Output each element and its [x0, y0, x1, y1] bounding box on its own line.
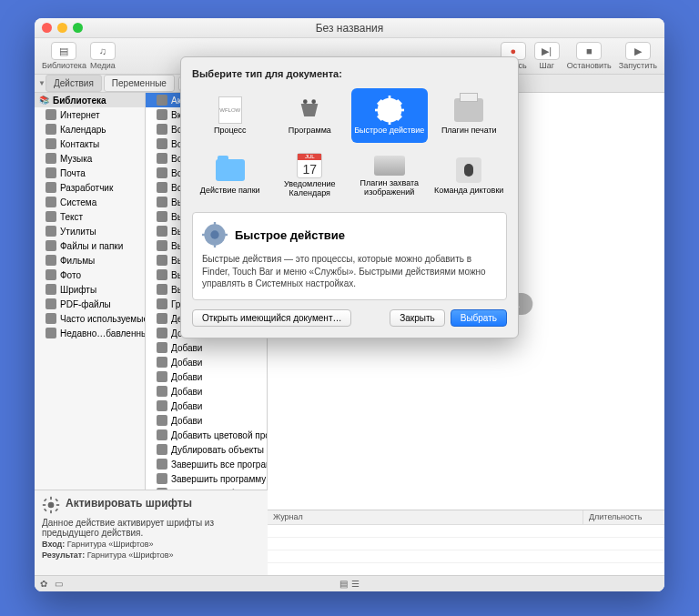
doc-type-card[interactable]: Плагин печати: [431, 88, 508, 143]
open-existing-button[interactable]: Открыть имеющийся документ…: [192, 309, 351, 327]
svg-rect-16: [398, 109, 404, 112]
doc-type-icon: [214, 96, 247, 125]
doc-type-label: Плагин захвата изображений: [353, 179, 426, 197]
doc-type-label: Процесс: [214, 126, 247, 136]
document-type-dialog: Выберите тип для документа: ПроцессПрогр…: [180, 56, 519, 338]
doc-type-card[interactable]: Действие папки: [192, 148, 268, 203]
doc-type-card[interactable]: Процесс: [192, 88, 268, 143]
doc-type-icon: [452, 96, 485, 125]
doc-type-icon: JUL17: [293, 153, 326, 178]
doc-type-icon: [214, 156, 247, 185]
svg-rect-25: [202, 234, 208, 236]
doc-type-card[interactable]: Команда диктовки: [431, 148, 508, 203]
svg-rect-15: [375, 109, 381, 112]
doc-type-icon: [373, 96, 406, 125]
doc-type-icon: [452, 156, 485, 185]
document-type-grid: ПроцессПрограммаБыстрое действиеПлагин п…: [192, 88, 507, 203]
doc-type-icon: [293, 96, 326, 125]
svg-rect-23: [214, 222, 216, 227]
doc-type-label: Плагин печати: [441, 126, 497, 136]
dialog-description: Быстрое действие Быстрые действия — это …: [192, 212, 507, 300]
doc-type-label: Команда диктовки: [434, 187, 503, 196]
desc-title: Быстрое действие: [235, 228, 345, 242]
svg-rect-13: [388, 96, 390, 102]
svg-point-10: [312, 99, 317, 104]
doc-type-card[interactable]: Плагин захвата изображений: [351, 148, 428, 203]
doc-type-card[interactable]: JUL17Уведомление Календаря: [272, 148, 349, 203]
doc-type-label: Уведомление Календаря: [274, 180, 347, 198]
close-button[interactable]: Закрыть: [390, 309, 445, 327]
doc-type-label: Действие папки: [200, 187, 260, 196]
choose-button[interactable]: Выбрать: [451, 309, 507, 327]
doc-type-card[interactable]: Быстрое действие: [351, 88, 428, 143]
gear-icon: [202, 222, 228, 247]
doc-type-label: Программа: [289, 126, 331, 136]
svg-point-12: [384, 106, 394, 116]
doc-type-card[interactable]: Программа: [272, 88, 349, 143]
doc-type-label: Быстрое действие: [354, 126, 424, 136]
desc-body: Быстрые действия — это процессы, которые…: [202, 253, 497, 290]
svg-point-9: [303, 99, 308, 104]
doc-type-icon: [373, 154, 406, 177]
dialog-header: Выберите тип для документа:: [192, 68, 507, 79]
svg-rect-14: [388, 118, 390, 125]
svg-rect-26: [222, 234, 228, 236]
svg-rect-24: [214, 242, 216, 247]
modal-overlay: Выберите тип для документа: ПроцессПрогр…: [0, 0, 699, 616]
svg-point-22: [210, 230, 218, 238]
